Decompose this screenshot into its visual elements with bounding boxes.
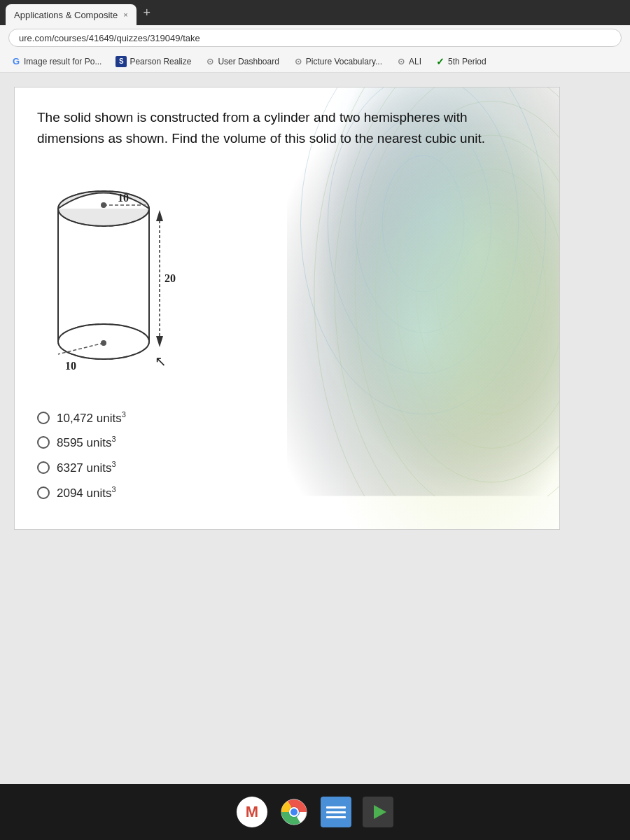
taskbar-gmail-icon[interactable]: M bbox=[237, 797, 267, 827]
dashboard-icon: ⊙ bbox=[205, 57, 215, 66]
period-icon: ✓ bbox=[435, 57, 445, 66]
radio-4[interactable] bbox=[37, 486, 50, 499]
bookmark-ali-label: ALI bbox=[409, 57, 421, 66]
address-bar-row: ure.com/courses/41649/quizzes/319049/tak… bbox=[0, 25, 630, 50]
svg-rect-37 bbox=[326, 816, 346, 818]
ali-icon: ⊙ bbox=[396, 57, 406, 66]
taskbar-play-icon[interactable] bbox=[363, 797, 393, 827]
question-card: The solid shown is constructed from a cy… bbox=[14, 87, 560, 530]
answer-option-1[interactable]: 10,472 units3 bbox=[37, 410, 537, 426]
svg-marker-23 bbox=[156, 210, 163, 221]
answer-text-1: 10,472 units3 bbox=[57, 410, 126, 426]
taskbar-chrome-icon[interactable] bbox=[279, 797, 309, 827]
files-svg bbox=[321, 797, 351, 827]
content-area: The solid shown is constructed from a cy… bbox=[0, 73, 630, 784]
tab-close-button[interactable]: × bbox=[123, 10, 127, 19]
answer-text-4: 2094 units3 bbox=[57, 485, 116, 500]
bookmark-vocabulary-label: Picture Vocabulary... bbox=[306, 57, 382, 66]
radio-1[interactable] bbox=[37, 412, 50, 424]
cylinder-svg: 10 20 10 ↖ bbox=[37, 167, 191, 391]
gmail-label: M bbox=[246, 803, 258, 821]
svg-text:10: 10 bbox=[65, 360, 76, 372]
bookmark-vocabulary[interactable]: ⊙ Picture Vocabulary... bbox=[288, 55, 388, 68]
diagram-area: 10 20 10 ↖ bbox=[37, 167, 537, 391]
svg-point-33 bbox=[290, 808, 298, 816]
tab-bar: Applications & Composite × + bbox=[0, 0, 630, 25]
tab-title: Applications & Composite bbox=[14, 10, 118, 20]
pearson-icon: S bbox=[115, 56, 127, 67]
answers-area: 10,472 units3 8595 units3 6327 units3 20… bbox=[37, 410, 537, 500]
bookmark-ali[interactable]: ⊙ ALI bbox=[391, 55, 427, 68]
svg-text:10: 10 bbox=[118, 192, 129, 204]
svg-text:20: 20 bbox=[164, 272, 176, 284]
svg-rect-36 bbox=[326, 811, 346, 813]
bookmarks-bar: G Image result for Po... S Pearson Reali… bbox=[0, 50, 630, 73]
answer-text-2: 8595 units3 bbox=[57, 435, 116, 450]
taskbar-files-icon[interactable] bbox=[321, 797, 351, 827]
new-tab-button[interactable]: + bbox=[139, 6, 155, 20]
bookmark-google-label: Image result for Po... bbox=[24, 57, 102, 66]
question-text: The solid shown is constructed from a cy… bbox=[37, 107, 537, 150]
bookmark-google[interactable]: G Image result for Po... bbox=[6, 55, 107, 68]
address-bar[interactable]: ure.com/courses/41649/quizzes/319049/tak… bbox=[8, 29, 622, 47]
bookmark-pearson[interactable]: S Pearson Realize bbox=[110, 55, 197, 69]
answer-option-3[interactable]: 6327 units3 bbox=[37, 460, 537, 475]
chrome-svg bbox=[280, 798, 308, 826]
answer-text-3: 6327 units3 bbox=[57, 460, 116, 475]
google-icon: G bbox=[11, 57, 21, 66]
vocabulary-icon: ⊙ bbox=[293, 57, 303, 66]
taskbar: M bbox=[0, 784, 630, 840]
radio-3[interactable] bbox=[37, 461, 50, 474]
answer-option-4[interactable]: 2094 units3 bbox=[37, 485, 537, 500]
bookmark-period-label: 5th Period bbox=[448, 57, 486, 66]
bookmark-pearson-label: Pearson Realize bbox=[130, 57, 191, 66]
svg-marker-24 bbox=[156, 336, 163, 347]
bookmark-dashboard[interactable]: ⊙ User Dashboard bbox=[200, 55, 284, 68]
browser-chrome: Applications & Composite × + ure.com/cou… bbox=[0, 0, 630, 73]
radio-2[interactable] bbox=[37, 436, 50, 449]
play-svg bbox=[363, 797, 393, 827]
active-tab[interactable]: Applications & Composite × bbox=[6, 4, 136, 25]
svg-text:↖: ↖ bbox=[155, 354, 167, 369]
bookmark-dashboard-label: User Dashboard bbox=[218, 57, 279, 66]
bookmark-period[interactable]: ✓ 5th Period bbox=[430, 55, 492, 68]
svg-rect-14 bbox=[58, 209, 149, 342]
svg-rect-35 bbox=[326, 806, 346, 808]
url-text: ure.com/courses/41649/quizzes/319049/tak… bbox=[19, 33, 200, 43]
answer-option-2[interactable]: 8595 units3 bbox=[37, 435, 537, 450]
